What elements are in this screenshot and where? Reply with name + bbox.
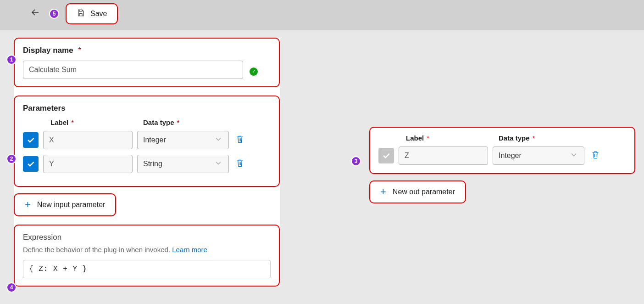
param-checkbox-disabled	[378, 148, 394, 163]
param-label-input[interactable]	[43, 155, 133, 173]
input-param-row: String	[23, 155, 271, 173]
param-datatype-value: Integer	[143, 136, 166, 144]
label-header: Label	[50, 118, 68, 126]
add-input-param-label: New input parameter	[37, 201, 105, 209]
save-icon	[77, 9, 85, 19]
expression-section: Expression Define the behavior of the pl…	[14, 225, 280, 287]
plus-icon: +	[25, 200, 31, 210]
chevron-down-icon	[214, 135, 223, 146]
parameters-section: Parameters Label* Data type* Integer	[14, 96, 280, 187]
callout-2: 2	[6, 154, 17, 164]
param-checkbox[interactable]	[23, 132, 39, 148]
param-datatype-value: Integer	[499, 152, 522, 160]
check-icon: ✓	[250, 68, 258, 76]
expression-title: Expression	[23, 233, 271, 242]
callout-1: 1	[6, 55, 17, 65]
delete-param-button[interactable]	[233, 132, 246, 148]
required-star: *	[427, 134, 429, 142]
chevron-down-icon	[569, 150, 578, 161]
out-parameters-section: Label* Data type* Integer	[369, 127, 635, 174]
param-datatype-select[interactable]: Integer	[137, 131, 229, 149]
expression-description: Define the behavior of the plug-in when …	[23, 246, 172, 253]
add-input-parameter-button[interactable]: + New input parameter	[14, 193, 116, 216]
callout-3: 3	[351, 156, 361, 166]
callout-5: 5	[49, 9, 59, 19]
display-name-section: Display name * ✓	[14, 38, 280, 87]
data-type-header: Data type	[499, 134, 530, 142]
save-button-label: Save	[90, 10, 107, 18]
save-button[interactable]: Save	[66, 3, 118, 24]
display-name-title: Display name	[23, 46, 73, 55]
label-header: Label	[406, 134, 424, 142]
param-checkbox[interactable]	[23, 156, 39, 172]
input-param-row: Integer	[23, 131, 271, 149]
callout-4: 4	[6, 282, 17, 293]
expression-code-input[interactable]: { Z: X + Y }	[23, 260, 271, 278]
param-datatype-select[interactable]: Integer	[493, 146, 584, 165]
required-star: *	[71, 118, 74, 126]
required-star: *	[533, 134, 535, 142]
chevron-down-icon	[214, 158, 223, 169]
param-label-input[interactable]	[43, 131, 133, 149]
param-datatype-value: String	[143, 160, 162, 168]
parameters-title: Parameters	[23, 104, 271, 113]
out-param-row: Integer	[378, 146, 626, 165]
back-button[interactable]	[25, 4, 45, 23]
plus-icon: +	[380, 187, 386, 197]
param-datatype-select[interactable]: String	[137, 155, 229, 173]
required-star: *	[177, 118, 180, 126]
data-type-header: Data type	[143, 118, 174, 126]
add-out-parameter-button[interactable]: + New out parameter	[369, 180, 466, 203]
delete-param-button[interactable]	[233, 156, 246, 172]
learn-more-link[interactable]: Learn more	[172, 246, 207, 253]
display-name-input[interactable]	[23, 61, 243, 79]
param-label-input[interactable]	[399, 146, 488, 165]
add-out-param-label: New out parameter	[393, 188, 455, 196]
required-star: *	[78, 46, 81, 55]
delete-param-button[interactable]	[589, 148, 602, 163]
